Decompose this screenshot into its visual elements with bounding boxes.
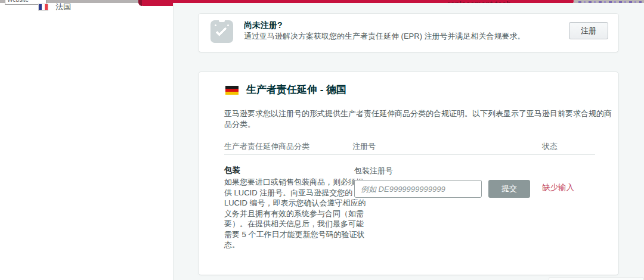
register-banner-card: 尚未注册? 通过亚马逊解决方案获取您的生产者责任延伸 (EPR) 注册号并满足相… — [198, 13, 619, 52]
clipboard-check-icon — [210, 20, 233, 43]
france-flag-icon — [38, 4, 48, 11]
category-description: 如果您要进口或销售包装商品，则必须提供 LUCID 注册号。向亚马逊提交您的 L… — [224, 177, 369, 250]
register-banner-description: 通过亚马逊解决方案获取您的生产者责任延伸 (EPR) 注册号并满足相关合规要求。 — [244, 31, 525, 42]
table-header-registration-number: 注册号 — [352, 141, 376, 152]
status-missing-input: 缺少输入 — [542, 182, 574, 193]
partial-element-below-fold — [549, 277, 644, 280]
epr-germany-card: 生产者责任延伸 - 德国 亚马逊要求您以注册号的形式提供生产者责任延伸商品分类的… — [198, 71, 619, 275]
marketplace-label: 法国 — [55, 2, 71, 13]
table-header-rule — [224, 154, 595, 155]
epr-card-description: 亚马逊要求您以注册号的形式提供生产者责任延伸商品分类的合规证明。以下列表显示了亚… — [224, 108, 612, 130]
submit-button[interactable]: 提交 — [488, 180, 530, 198]
page: Website replacement tech 法国 尚未注册? 通过亚马逊解… — [0, 0, 644, 280]
register-banner-title: 尚未注册? — [244, 20, 283, 31]
category-name: 包装 — [224, 165, 240, 176]
notification-bar-cap — [138, 0, 142, 6]
registration-number-input[interactable] — [354, 180, 482, 198]
registration-number-field-label: 包装注册号 — [354, 166, 393, 176]
table-header-category: 生产者责任延伸商品分类 — [224, 141, 309, 152]
marketplace-selector[interactable]: 法国 — [38, 2, 71, 13]
epr-card-title: 生产者责任延伸 - 德国 — [246, 83, 346, 97]
germany-flag-icon — [225, 86, 239, 95]
register-button[interactable]: 注册 — [569, 22, 608, 39]
table-header-status: 状态 — [542, 141, 558, 152]
